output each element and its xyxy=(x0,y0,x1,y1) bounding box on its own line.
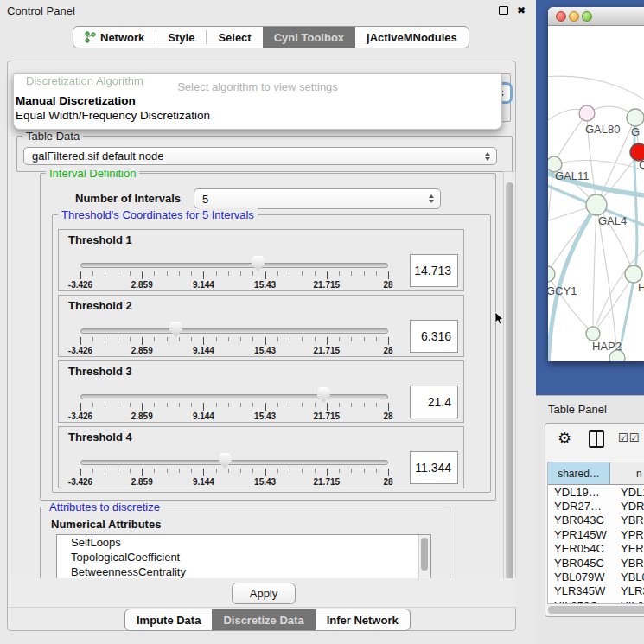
gear-icon[interactable]: ⚙ xyxy=(558,429,571,448)
panel-scrollbar[interactable] xyxy=(503,171,516,601)
table-cell[interactable]: YBR045C xyxy=(548,557,610,570)
interval-definition-group: Interval Definition Number of Intervals … xyxy=(40,173,496,501)
minimize-traffic-light-icon[interactable] xyxy=(569,11,579,22)
table-cell[interactable]: YER054C xyxy=(548,542,610,555)
control-panel-titlebar: Control Panel ✖ xyxy=(0,0,534,21)
threshold-value-field[interactable]: 11.344 xyxy=(410,451,458,484)
table-cell[interactable]: YDL19… xyxy=(548,486,610,499)
number-of-intervals-combobox[interactable]: 5 xyxy=(194,188,441,209)
threshold-value-field[interactable]: 14.713 xyxy=(410,254,458,287)
tab-infer-network[interactable]: Infer Network xyxy=(316,609,410,630)
numerical-attributes-list[interactable]: SelfLoopsTopologicalCoefficientBetweenne… xyxy=(56,534,431,579)
tick-label: -3.426 xyxy=(68,477,92,487)
attribute-item[interactable]: BetweennessCentrality xyxy=(57,564,430,579)
threshold-slider[interactable]: -3.4262.8599.14415.4321.71528 xyxy=(80,450,388,488)
tab-discretize-data[interactable]: Discretize Data xyxy=(212,609,315,630)
column-header-name[interactable]: n xyxy=(610,462,644,484)
column-header-shared-name[interactable]: shared… xyxy=(548,462,610,484)
tab-style[interactable]: Style xyxy=(156,27,206,48)
slider-track[interactable] xyxy=(80,460,388,465)
table-cell[interactable]: YLR3 xyxy=(610,584,644,597)
table-row[interactable]: YBR045CYBR0 xyxy=(548,556,644,570)
table-cell[interactable]: YER0 xyxy=(610,542,644,555)
tick-mark xyxy=(130,403,131,407)
table-row[interactable]: YER054CYER0 xyxy=(548,542,644,556)
slider-track[interactable] xyxy=(80,394,388,399)
network-node-gal4[interactable] xyxy=(586,194,607,215)
columns-icon[interactable] xyxy=(589,430,604,448)
slider-thumb[interactable] xyxy=(252,256,265,271)
network-node-gal80[interactable] xyxy=(579,105,595,121)
threshold-value-field[interactable]: 6.316 xyxy=(410,320,458,353)
tab-jactivemnodules[interactable]: jActiveMNodules xyxy=(355,27,469,48)
slider-track[interactable] xyxy=(80,328,388,334)
table-row[interactable]: YDR27…YDR2 xyxy=(548,499,644,513)
table-cell[interactable]: YBL0 xyxy=(610,571,644,583)
table-hscrollbar-thumb[interactable] xyxy=(548,606,644,614)
table-cell[interactable]: YDR27… xyxy=(548,500,610,513)
tab-impute-data[interactable]: Impute Data xyxy=(125,609,212,630)
tick-mark xyxy=(216,271,217,276)
table-cell[interactable]: YBR043C xyxy=(548,513,610,526)
table-row[interactable]: YBR043CYBR0 xyxy=(548,513,644,527)
zoom-traffic-light-icon[interactable] xyxy=(582,11,592,22)
tick-mark xyxy=(252,271,253,276)
attribute-item[interactable]: SelfLoops xyxy=(57,535,430,550)
tick-mark xyxy=(327,469,328,476)
close-icon[interactable]: ✖ xyxy=(517,5,526,16)
panel-scrollbar-thumb[interactable] xyxy=(506,182,513,580)
tab-network[interactable]: Network xyxy=(73,27,156,48)
table-hscrollbar[interactable] xyxy=(548,606,644,614)
threshold-slider[interactable]: -3.4262.8599.14415.4321.71528 xyxy=(80,252,388,290)
apply-button[interactable]: Apply xyxy=(232,583,296,604)
network-node-g[interactable] xyxy=(627,109,644,126)
network-node-gcy1[interactable] xyxy=(548,266,555,282)
table-row[interactable]: YIL052CYIL0 xyxy=(548,598,644,604)
table-cell[interactable]: YIL052C xyxy=(548,599,610,604)
threshold-value-field[interactable]: 21.4 xyxy=(410,386,458,418)
attribute-item[interactable]: TopologicalCoefficient xyxy=(57,550,430,564)
slider-ticks xyxy=(80,337,388,346)
slider-thumb[interactable] xyxy=(169,322,182,337)
table-data-combobox[interactable]: galFiltered.sif default node xyxy=(23,147,497,165)
network-view-window[interactable]: GAL80GCGAL11GAL4GCY1HHAP2 xyxy=(548,7,644,361)
table-cell[interactable]: YBL079W xyxy=(548,571,610,583)
table-data-group: Table Data galFiltered.sif default node xyxy=(16,136,513,172)
network-node-hap2[interactable] xyxy=(586,327,600,341)
table-row[interactable]: YBL079WYBL0 xyxy=(548,570,644,583)
list-scrollbar-thumb[interactable] xyxy=(421,538,428,571)
table-cell[interactable]: YDL1 xyxy=(610,486,644,499)
slider-thumb[interactable] xyxy=(317,387,330,403)
table-cell[interactable]: YBR0 xyxy=(610,557,644,570)
tab-select[interactable]: Select xyxy=(207,27,262,48)
slider-track[interactable] xyxy=(80,263,388,268)
table-cell[interactable]: YIL0 xyxy=(610,599,644,604)
slider-thumb[interactable] xyxy=(219,453,232,469)
table-row[interactable]: YDL19…YDL1 xyxy=(548,485,644,499)
table-cell[interactable]: YPR145W xyxy=(548,528,610,541)
dropdown-option-equal-width[interactable]: Equal Width/Frequency Discretization xyxy=(16,109,210,122)
table-cell[interactable]: YLR345W xyxy=(548,584,610,597)
table-cell[interactable]: YPR1 xyxy=(610,528,644,541)
list-scrollbar[interactable] xyxy=(418,535,430,579)
table-cell[interactable]: YDR2 xyxy=(610,500,644,513)
table-row[interactable]: YLR345WYLR3 xyxy=(548,584,644,598)
table-cell[interactable]: YBR0 xyxy=(610,513,644,526)
network-canvas[interactable]: GAL80GCGAL11GAL4GCY1HHAP2 xyxy=(548,26,644,361)
slider-tick-labels: -3.4262.8599.14415.4321.71528 xyxy=(80,477,388,488)
tick-mark xyxy=(191,271,192,276)
network-graph[interactable]: GAL80GCGAL11GAL4GCY1HHAP2 xyxy=(548,26,644,361)
tick-mark xyxy=(203,337,204,345)
threshold-slider[interactable]: -3.4262.8599.14415.4321.71528 xyxy=(80,384,388,422)
network-node[interactable] xyxy=(609,350,625,361)
dropdown-option-manual[interactable]: Manual Discretization xyxy=(16,94,136,107)
tab-cyni-toolbox[interactable]: Cyni Toolbox xyxy=(263,27,355,48)
tick-label: 15.43 xyxy=(254,346,276,355)
network-node-h[interactable] xyxy=(625,265,642,283)
network-window-titlebar[interactable] xyxy=(548,7,644,26)
table-row[interactable]: YPR145WYPR1 xyxy=(548,527,644,541)
threshold-slider[interactable]: -3.4262.8599.14415.4321.71528 xyxy=(80,318,388,356)
checkbox-icons[interactable]: ☑☑ xyxy=(618,431,640,444)
float-window-icon[interactable] xyxy=(499,6,508,15)
close-traffic-light-icon[interactable] xyxy=(556,11,566,22)
